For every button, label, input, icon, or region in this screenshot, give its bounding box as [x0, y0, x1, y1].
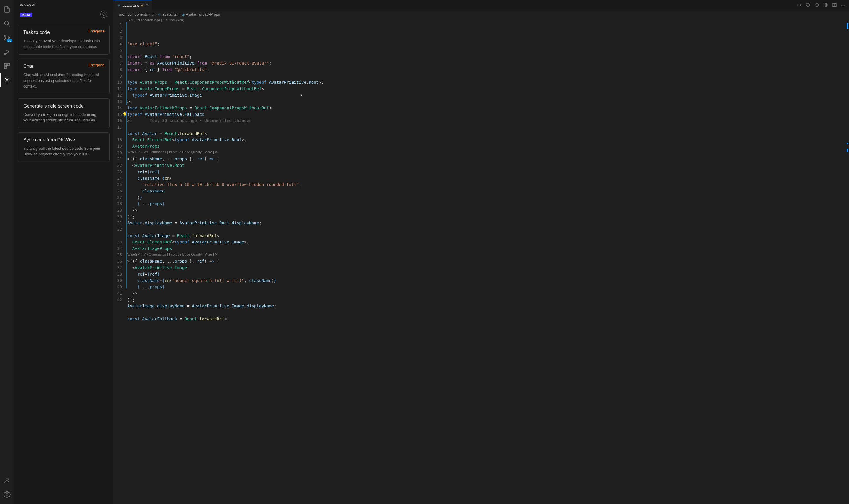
- more-icon[interactable]: ⋯: [841, 3, 845, 8]
- editor-tab[interactable]: ⚛ avatar.tsx M ✕: [113, 0, 152, 11]
- code-line[interactable]: Avatar.displayName = AvatarPrimitive.Roo…: [127, 220, 845, 226]
- breadcrumb-part[interactable]: AvatarFallbackProps: [186, 12, 220, 17]
- code-line[interactable]: [127, 124, 845, 130]
- sidebar-panel: WISEGPT BETA EnterpriseTask to codeInsta…: [14, 0, 113, 504]
- code-line[interactable]: [127, 73, 845, 79]
- code-line[interactable]: type AvatarProps = React.ComponentPropsW…: [127, 79, 845, 86]
- card-desc: Chat with an AI assistant for coding hel…: [23, 72, 104, 89]
- code-line[interactable]: <AvatarPrimitive.Image: [127, 265, 845, 271]
- react-file-icon: ⚛: [117, 3, 121, 8]
- search-icon[interactable]: [0, 17, 14, 31]
- code-line[interactable]: AvatarImageProps: [127, 246, 845, 252]
- breadcrumb-part[interactable]: src: [119, 12, 124, 17]
- breadcrumb[interactable]: src › components › ui › ⚛ avatar.tsx › ◈…: [113, 11, 849, 18]
- codelens[interactable]: WiseGPT: My Commands | Improve Code Qual…: [127, 252, 845, 258]
- card-desc: Instantly convert your development tasks…: [23, 38, 104, 50]
- code-line[interactable]: ));: [127, 214, 845, 220]
- breadcrumb-part[interactable]: ui: [151, 12, 154, 17]
- enterprise-tag: Enterprise: [88, 29, 105, 33]
- source-control-icon[interactable]: 10: [0, 31, 14, 45]
- code-editor[interactable]: 1234567891011121314151617 18192021222324…: [113, 22, 849, 504]
- code-line[interactable]: <AvatarPrimitive.Root: [127, 162, 845, 169]
- settings-icon[interactable]: [0, 487, 14, 502]
- code-line[interactable]: AvatarImage.displayName = AvatarPrimitiv…: [127, 303, 845, 309]
- sidebar-card[interactable]: EnterpriseChatChat with an AI assistant …: [18, 59, 110, 94]
- minimap[interactable]: [845, 22, 849, 504]
- symbol-icon: ◈: [182, 12, 185, 17]
- profile-icon[interactable]: [100, 11, 107, 18]
- svg-rect-5: [4, 64, 7, 66]
- tab-bar: ⚛ avatar.tsx M ✕ ⋯: [113, 0, 849, 11]
- svg-point-9: [6, 478, 8, 481]
- code-line[interactable]: >(({ className, ...props }, ref) => (: [127, 258, 845, 265]
- code-line[interactable]: const Avatar = React.forwardRef<: [127, 130, 845, 137]
- code-line[interactable]: React.ElementRef<typeof AvatarPrimitive.…: [127, 137, 845, 143]
- code-line[interactable]: )}: [127, 195, 845, 201]
- code-line[interactable]: className: [127, 188, 845, 195]
- code-line[interactable]: AvatarProps: [127, 143, 845, 150]
- code-line[interactable]: className={cn("aspect-square h-full w-fu…: [127, 278, 845, 284]
- code-line[interactable]: ));: [127, 297, 845, 303]
- run-icon[interactable]: [814, 3, 819, 8]
- code-line[interactable]: "relative flex h-10 w-10 shrink-0 overfl…: [127, 182, 845, 188]
- revert-icon[interactable]: [806, 3, 810, 8]
- card-desc: Convert your Figma design into code usin…: [23, 112, 104, 123]
- tab-filename: avatar.tsx: [122, 3, 139, 8]
- code-line[interactable]: { ...props}: [127, 284, 845, 290]
- code-line[interactable]: "use client";: [127, 41, 845, 48]
- enterprise-tag: Enterprise: [88, 63, 105, 67]
- close-icon[interactable]: ✕: [145, 3, 149, 8]
- svg-point-3: [8, 37, 10, 39]
- svg-point-2: [4, 39, 6, 40]
- code-line[interactable]: { ...props}: [127, 201, 845, 207]
- card-title: Generate single screen code: [23, 104, 104, 109]
- svg-point-10: [6, 494, 8, 496]
- code-line[interactable]: React.ElementRef<typeof AvatarPrimitive.…: [127, 239, 845, 246]
- code-line[interactable]: [127, 226, 845, 233]
- code-line[interactable]: />: [127, 207, 845, 214]
- codelens[interactable]: WiseGPT: My Commands | Improve Code Qual…: [127, 150, 845, 156]
- sidebar-card[interactable]: Generate single screen codeConvert your …: [18, 98, 110, 128]
- git-authors-codelens[interactable]: You, 19 seconds ago | 1 author (You): [113, 18, 849, 22]
- code-line[interactable]: import { cn } from "@/lib/utils";: [127, 67, 845, 73]
- code-line[interactable]: >;: [127, 98, 845, 105]
- code-line[interactable]: />: [127, 290, 845, 297]
- code-line[interactable]: import React from "react";: [127, 54, 845, 60]
- tab-modified-indicator: M: [141, 3, 144, 8]
- wisegpt-icon[interactable]: [0, 73, 14, 87]
- sidebar-card[interactable]: Sync code from DhiWiseInstantly pull the…: [18, 132, 110, 162]
- code-line[interactable]: >; You, 39 seconds ago • Uncommitted cha…: [127, 118, 845, 124]
- code-line[interactable]: 💡typeof AvatarPrimitive.Fallback: [127, 111, 845, 118]
- code-line[interactable]: >(({ className, ...props }, ref) => (: [127, 156, 845, 162]
- accounts-icon[interactable]: [0, 473, 14, 487]
- code-line[interactable]: ref={ref}: [127, 169, 845, 175]
- breadcrumb-part[interactable]: components: [128, 12, 148, 17]
- code-line[interactable]: type AvatarImageProps = React.ComponentP…: [127, 86, 845, 92]
- svg-point-11: [815, 3, 819, 7]
- svg-rect-6: [7, 64, 10, 66]
- code-line[interactable]: className={cn(: [127, 175, 845, 182]
- code-line[interactable]: const AvatarFallback = React.forwardRef<: [127, 316, 845, 322]
- react-file-icon: ⚛: [158, 12, 161, 17]
- debug-icon[interactable]: [0, 45, 14, 59]
- code-line[interactable]: type AvatarFallbackProps = React.Compone…: [127, 105, 845, 111]
- explorer-icon[interactable]: [0, 2, 14, 17]
- sidebar-title: WISEGPT: [20, 3, 36, 7]
- editor-actions: ⋯: [797, 0, 849, 11]
- code-line[interactable]: [127, 48, 845, 54]
- code-line[interactable]: [127, 309, 845, 316]
- code-line[interactable]: import * as AvatarPrimitive from "@radix…: [127, 60, 845, 67]
- source-control-badge: 10: [7, 39, 12, 42]
- sidebar-card[interactable]: EnterpriseTask to codeInstantly convert …: [18, 25, 110, 55]
- split-icon[interactable]: [823, 3, 828, 8]
- svg-point-8: [6, 79, 8, 81]
- card-desc: Instantly pull the latest source code fr…: [23, 146, 104, 157]
- compare-icon[interactable]: [797, 3, 801, 8]
- breadcrumb-part[interactable]: avatar.tsx: [162, 12, 178, 17]
- extensions-icon[interactable]: [0, 59, 14, 73]
- code-line[interactable]: ref={ref}: [127, 271, 845, 278]
- code-line[interactable]: typeof AvatarPrimitive.Image: [127, 92, 845, 99]
- layout-icon[interactable]: [832, 3, 837, 8]
- beta-badge: BETA: [20, 13, 32, 17]
- code-line[interactable]: const AvatarImage = React.forwardRef<: [127, 233, 845, 239]
